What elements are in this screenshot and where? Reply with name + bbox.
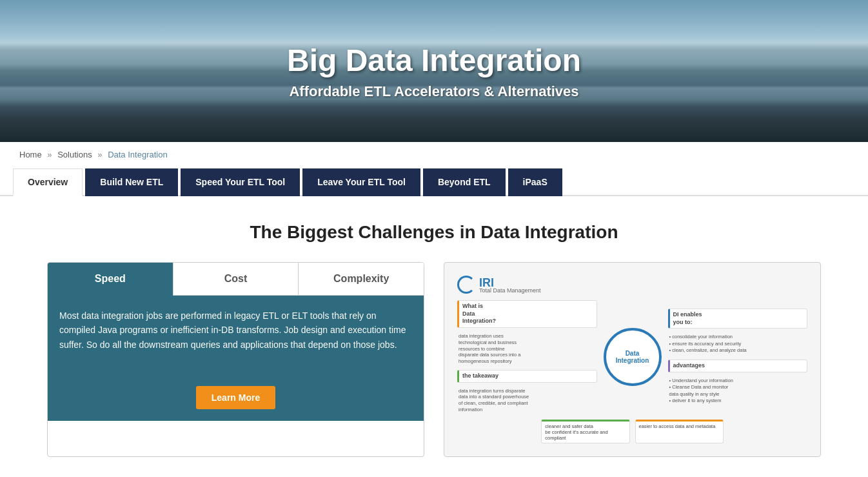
diagram-what-is: What isDataIntegration? bbox=[457, 300, 597, 328]
diagram-bottom-clean: cleaner and safer databe confident it's … bbox=[541, 420, 629, 443]
tab-ipaas[interactable]: iPaaS bbox=[508, 168, 562, 196]
diagram-bottom-access: easier to access data and metadata bbox=[635, 420, 724, 443]
challenge-tabs: Speed Cost Complexity bbox=[48, 263, 424, 296]
hero-banner: Big Data Integration Affordable ETL Acce… bbox=[0, 0, 868, 142]
iri-logo-circle bbox=[457, 276, 475, 294]
challenge-tab-cost[interactable]: Cost bbox=[173, 263, 299, 296]
breadcrumb-home[interactable]: Home bbox=[19, 150, 42, 159]
tab-build-new-etl[interactable]: Build New ETL bbox=[85, 168, 178, 196]
breadcrumb: Home » Solutions » Data Integration bbox=[0, 142, 868, 167]
main-content: The Biggest Challenges in Data Integrati… bbox=[0, 216, 868, 477]
section-title: The Biggest Challenges in Data Integrati… bbox=[26, 222, 842, 243]
diagram-enables: DI enablesyou to: bbox=[668, 309, 808, 329]
content-grid: Speed Cost Complexity Most data integrat… bbox=[47, 262, 821, 457]
diagram-center-circle: DataIntegration bbox=[604, 328, 662, 386]
tab-leave-etl-tool[interactable]: Leave Your ETL Tool bbox=[302, 168, 420, 196]
tab-beyond-etl[interactable]: Beyond ETL bbox=[423, 168, 506, 196]
breadcrumb-current: Data Integration bbox=[108, 150, 168, 159]
diagram-bottom: cleaner and safer databe confident it's … bbox=[541, 420, 723, 443]
breadcrumb-sep2: » bbox=[97, 150, 102, 159]
challenge-text: Most data integration jobs are performed… bbox=[59, 309, 412, 352]
diagram-enables-items: • consolidate your information• ensure i… bbox=[668, 332, 808, 356]
diagram-container: What isDataIntegration? data integration… bbox=[457, 300, 807, 414]
diagram-takeaway: the takeaway bbox=[457, 370, 597, 383]
diagram-takeaway-text: data integration turns disparatedata int… bbox=[457, 387, 597, 414]
tab-overview[interactable]: Overview bbox=[13, 168, 83, 196]
diagram-right: DI enablesyou to: • consolidate your inf… bbox=[668, 300, 808, 414]
tab-speed-etl-tool[interactable]: Speed Your ETL Tool bbox=[181, 168, 300, 196]
iri-header: IRI Total Data Management bbox=[457, 276, 541, 294]
diagram-description-right: data integration usestechnological and b… bbox=[457, 332, 597, 366]
breadcrumb-sep1: » bbox=[47, 150, 52, 159]
challenge-body: Most data integration jobs are performed… bbox=[48, 296, 424, 380]
challenge-footer: Learn More bbox=[48, 380, 424, 421]
challenge-tab-complexity[interactable]: Complexity bbox=[299, 263, 424, 296]
hero-title: Big Data Integration bbox=[287, 43, 581, 78]
iri-diagram: IRI Total Data Management What isDataInt… bbox=[444, 262, 821, 457]
iri-tagline: Total Data Management bbox=[479, 287, 541, 294]
diagram-advantages-text: • Understand your information• Cleanse D… bbox=[668, 376, 808, 406]
diagram-center: DataIntegration bbox=[604, 300, 662, 414]
challenge-card: Speed Cost Complexity Most data integrat… bbox=[47, 262, 424, 457]
hero-subtitle: Affordable ETL Accelerators & Alternativ… bbox=[289, 83, 578, 100]
breadcrumb-solutions[interactable]: Solutions bbox=[57, 150, 92, 159]
learn-more-button[interactable]: Learn More bbox=[196, 386, 275, 409]
diagram-advantages: advantages bbox=[668, 360, 808, 372]
diagram-left: What isDataIntegration? data integration… bbox=[457, 300, 597, 414]
navigation-tabs: Overview Build New ETL Speed Your ETL To… bbox=[0, 167, 868, 196]
challenge-tab-speed[interactable]: Speed bbox=[48, 263, 173, 296]
